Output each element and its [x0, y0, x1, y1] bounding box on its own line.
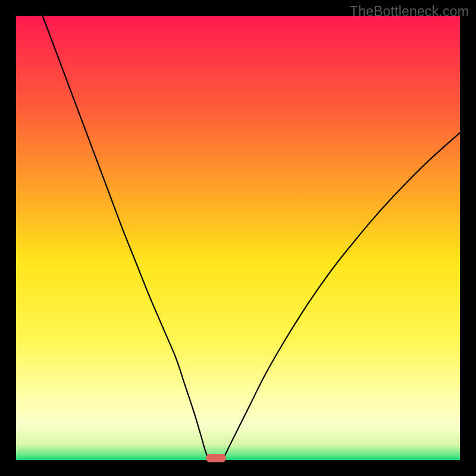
watermark-text: TheBottleneck.com: [350, 4, 469, 20]
bottleneck-marker: [206, 454, 226, 462]
curve-left-branch: [43, 16, 208, 458]
curve-layer: [16, 16, 460, 460]
chart-frame: TheBottleneck.com: [0, 0, 476, 476]
plot-area: [16, 16, 460, 460]
curve-right-branch: [224, 133, 460, 458]
